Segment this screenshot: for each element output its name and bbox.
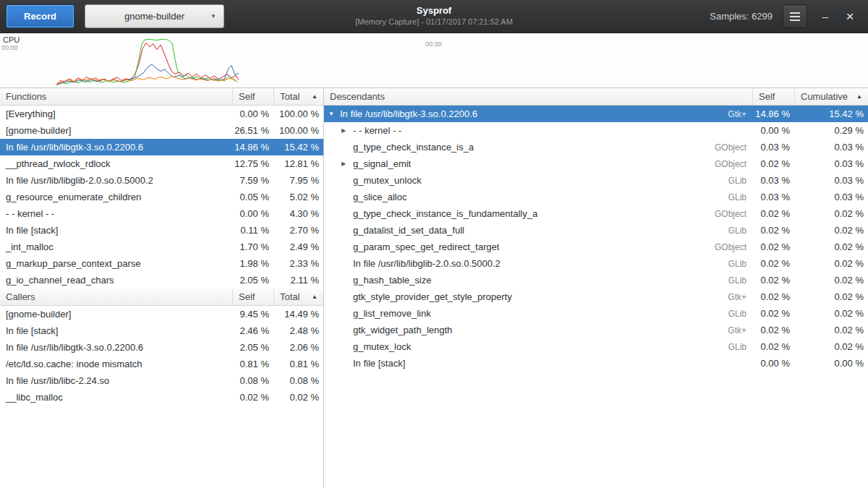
- tree-row[interactable]: g_list_remove_linkGLib0.02 %0.02 %: [324, 305, 868, 322]
- expander-icon[interactable]: ▶: [341, 160, 353, 167]
- cumulative-value: 0.00 %: [794, 358, 868, 369]
- column-header-self[interactable]: Self: [752, 88, 794, 105]
- cumulative-value: 0.02 %: [794, 208, 868, 219]
- table-row[interactable]: [gnome-builder]26.51 %100.00 %: [0, 122, 323, 139]
- self-value: 0.02 %: [752, 275, 794, 286]
- self-value: 12.75 %: [232, 158, 273, 169]
- total-value: 12.81 %: [273, 158, 323, 169]
- function-name-cell: [gnome-builder]: [0, 309, 232, 320]
- library-tag: GLib: [728, 275, 752, 286]
- tree-row[interactable]: ▼In file /usr/lib/libgtk-3.so.0.2200.6Gt…: [324, 106, 868, 122]
- function-name: g_signal_emit: [353, 158, 411, 169]
- self-value: 0.05 %: [232, 192, 273, 202]
- column-header-cumulative[interactable]: Cumulative ▲: [794, 88, 868, 105]
- left-pane: Functions Self Total ▲ [Everything]0.00 …: [0, 88, 324, 488]
- tree-row[interactable]: g_mutex_lockGLib0.02 %0.02 %: [324, 338, 868, 355]
- tree-row[interactable]: In file /usr/lib/libglib-2.0.so.0.5000.2…: [324, 255, 868, 272]
- column-header-total[interactable]: Total ▲: [273, 88, 323, 105]
- table-row[interactable]: In file [stack]2.46 %2.48 %: [0, 322, 323, 339]
- table-row[interactable]: g_markup_parse_context_parse1.98 %2.33 %: [0, 255, 323, 272]
- table-row[interactable]: In file [stack]0.11 %2.70 %: [0, 222, 323, 239]
- table-row[interactable]: In file /usr/lib/libgtk-3.so.0.2200.62.0…: [0, 339, 323, 356]
- tree-row[interactable]: g_param_spec_get_redirect_targetGObject0…: [324, 239, 868, 255]
- self-value: 9.45 %: [232, 309, 273, 320]
- function-name: g_datalist_id_set_data_full: [353, 225, 464, 236]
- self-value: 0.02 %: [752, 258, 794, 269]
- library-tag: Gtk+: [728, 109, 752, 119]
- expander-icon[interactable]: ▼: [328, 111, 340, 117]
- column-header-functions[interactable]: Functions: [0, 88, 232, 105]
- profile-content: Functions Self Total ▲ [Everything]0.00 …: [0, 88, 868, 488]
- tree-row[interactable]: gtk_widget_path_lengthGtk+0.02 %0.02 %: [324, 322, 868, 338]
- total-value: 2.11 %: [273, 275, 323, 286]
- library-tag: Gtk+: [728, 325, 752, 335]
- sysprof-window: Record gnome-builder ▼ Sysprof [Memory C…: [0, 0, 868, 488]
- tree-row[interactable]: g_datalist_id_set_data_fullGLib0.02 %0.0…: [324, 222, 868, 239]
- descendant-name-cell: g_slice_allocGLib: [324, 192, 752, 202]
- process-selector-label: gnome-builder: [124, 11, 184, 22]
- descendant-name-cell: g_type_check_instance_is_fundamentally_a…: [324, 208, 752, 219]
- table-row[interactable]: g_io_channel_read_chars2.05 %2.11 %: [0, 272, 323, 288]
- function-name: - - kernel - -: [353, 125, 401, 136]
- tree-row[interactable]: g_hash_table_sizeGLib0.02 %0.02 %: [324, 272, 868, 288]
- table-row[interactable]: __pthread_rwlock_rdlock12.75 %12.81 %: [0, 155, 323, 172]
- descendant-name-cell: g_list_remove_linkGLib: [324, 308, 752, 319]
- table-row[interactable]: _int_malloc1.70 %2.49 %: [0, 239, 323, 255]
- tree-row[interactable]: g_type_check_instance_is_aGObject0.03 %0…: [324, 139, 868, 155]
- descendant-name-cell: g_datalist_id_set_data_fullGLib: [324, 225, 752, 236]
- function-name-cell: In file /usr/lib/libglib-2.0.so.0.5000.2: [0, 175, 232, 186]
- minimize-button[interactable]: –: [813, 4, 838, 28]
- table-row[interactable]: [gnome-builder]9.45 %14.49 %: [0, 306, 323, 322]
- time-tick-start: 00:00: [1, 44, 18, 51]
- tree-row[interactable]: g_mutex_unlockGLib0.03 %0.03 %: [324, 172, 868, 189]
- sort-ascending-icon: ▲: [856, 93, 862, 100]
- tree-row[interactable]: gtk_style_provider_get_style_propertyGtk…: [324, 288, 868, 305]
- function-name: In file [stack]: [353, 358, 405, 369]
- tree-row[interactable]: g_type_check_instance_is_fundamentally_a…: [324, 205, 868, 222]
- column-header-self[interactable]: Self: [232, 288, 273, 305]
- close-button[interactable]: ×: [838, 4, 862, 28]
- self-value: 2.46 %: [232, 325, 273, 336]
- column-header-descendants[interactable]: Descendants: [324, 88, 752, 105]
- function-name: g_mutex_lock: [353, 341, 411, 352]
- self-value: 0.11 %: [232, 225, 273, 236]
- table-row[interactable]: g_resource_enumerate_children0.05 %5.02 …: [0, 189, 323, 205]
- self-value: 2.05 %: [232, 342, 273, 353]
- column-header-total[interactable]: Total ▲: [273, 288, 323, 305]
- total-value: 0.81 %: [273, 359, 323, 369]
- cpu-usage-graph[interactable]: CPU 00:00 00:30: [0, 33, 868, 88]
- self-value: 0.02 %: [752, 225, 794, 236]
- functions-table: [Everything]0.00 %100.00 %[gnome-builder…: [0, 106, 323, 288]
- library-tag: GLib: [728, 176, 752, 186]
- self-value: 0.02 %: [752, 325, 794, 335]
- tree-row[interactable]: g_slice_allocGLib0.03 %0.03 %: [324, 189, 868, 205]
- left-pane-empty-space: [0, 406, 323, 488]
- record-button[interactable]: Record: [6, 4, 75, 28]
- table-row[interactable]: /etc/ld.so.cache: inode mismatch0.81 %0.…: [0, 356, 323, 372]
- tree-row[interactable]: ▶g_signal_emitGObject0.02 %0.03 %: [324, 155, 868, 172]
- column-header-self[interactable]: Self: [232, 88, 273, 105]
- right-pane: Descendants Self Cumulative ▲ ▼In file /…: [324, 88, 868, 488]
- self-value: 0.02 %: [232, 392, 273, 403]
- table-row[interactable]: In file /usr/lib/libglib-2.0.so.0.5000.2…: [0, 172, 323, 189]
- table-row[interactable]: In file /usr/lib/libgtk-3.so.0.2200.614.…: [0, 139, 323, 155]
- table-row[interactable]: In file /usr/lib/libc-2.24.so0.08 %0.08 …: [0, 372, 323, 389]
- process-selector-dropdown[interactable]: gnome-builder ▼: [85, 4, 224, 28]
- function-name-cell: - - kernel - -: [0, 208, 232, 219]
- function-name-cell: __pthread_rwlock_rdlock: [0, 158, 232, 169]
- function-name-cell: g_io_channel_read_chars: [0, 275, 232, 286]
- table-row[interactable]: [Everything]0.00 %100.00 %: [0, 106, 323, 122]
- descendant-name-cell: g_hash_table_sizeGLib: [324, 275, 752, 286]
- function-name: In file /usr/lib/libglib-2.0.so.0.5000.2: [353, 258, 501, 269]
- table-row[interactable]: __libc_malloc0.02 %0.02 %: [0, 389, 323, 406]
- library-tag: GLib: [728, 192, 752, 202]
- function-name: g_type_check_instance_is_a: [353, 142, 474, 153]
- cumulative-value: 0.03 %: [794, 158, 868, 169]
- tree-row[interactable]: In file [stack]0.00 %0.00 %: [324, 355, 868, 372]
- menu-button[interactable]: [783, 4, 807, 28]
- total-value: 100.00 %: [273, 125, 323, 136]
- table-row[interactable]: - - kernel - -0.00 %4.30 %: [0, 205, 323, 222]
- tree-row[interactable]: ▶- - kernel - -0.00 %0.29 %: [324, 122, 868, 139]
- expander-icon[interactable]: ▶: [341, 127, 353, 134]
- column-header-callers[interactable]: Callers: [0, 288, 232, 305]
